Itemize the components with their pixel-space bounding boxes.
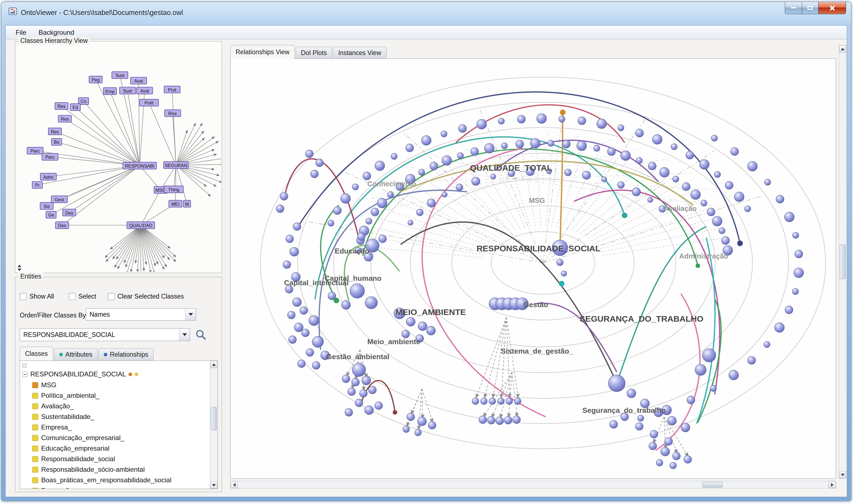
class-search-combo[interactable]: RESPONSABILIDADE_SOCIAL bbox=[20, 328, 190, 341]
chevron-down-icon[interactable] bbox=[185, 309, 196, 320]
graph-node[interactable] bbox=[653, 134, 662, 144]
graph-node[interactable] bbox=[610, 420, 618, 428]
graph-node[interactable] bbox=[375, 402, 383, 410]
graph-node[interactable] bbox=[375, 161, 385, 171]
graph-node[interactable] bbox=[719, 228, 725, 234]
graph-node[interactable] bbox=[342, 375, 350, 383]
arrow-up-icon[interactable] bbox=[839, 45, 846, 53]
graph-node[interactable] bbox=[352, 378, 359, 386]
graph-node[interactable] bbox=[665, 437, 673, 445]
hierarchy-node[interactable]: Bo bbox=[51, 139, 62, 145]
hierarchy-node[interactable]: QUALIDAD bbox=[127, 222, 155, 229]
graph-node[interactable] bbox=[457, 152, 464, 159]
graph-node[interactable] bbox=[290, 247, 299, 256]
graph-node[interactable] bbox=[765, 179, 771, 185]
graph-node[interactable] bbox=[283, 261, 291, 269]
tree-item[interactable]: Boas_práticas_em_responsabilidade_social bbox=[22, 475, 209, 485]
graph-node[interactable] bbox=[312, 361, 320, 369]
arrow-down-icon[interactable] bbox=[210, 482, 217, 489]
hierarchy-node[interactable]: Peg bbox=[89, 76, 102, 83]
graph-node[interactable] bbox=[785, 212, 794, 222]
graph-node[interactable] bbox=[369, 386, 376, 394]
graph-node[interactable] bbox=[415, 429, 421, 436]
graph-node[interactable] bbox=[607, 148, 616, 156]
maximize-button[interactable] bbox=[802, 2, 818, 14]
graph-node[interactable] bbox=[333, 206, 341, 215]
graph-node[interactable] bbox=[456, 184, 463, 191]
graph-node[interactable] bbox=[377, 198, 387, 208]
graph-node[interactable] bbox=[701, 200, 707, 206]
graph-node[interactable] bbox=[430, 162, 438, 170]
graph-node[interactable] bbox=[745, 206, 751, 212]
graph-node[interactable] bbox=[530, 139, 540, 148]
tab-relationships[interactable]: Relationships bbox=[99, 348, 154, 361]
checkbox-clear-selected[interactable]: Clear Selected Classes bbox=[108, 293, 184, 300]
graph-node[interactable] bbox=[602, 177, 607, 182]
graph-node[interactable] bbox=[681, 423, 690, 432]
checkbox-show-all[interactable]: Show All bbox=[20, 293, 54, 300]
graph-node[interactable] bbox=[292, 298, 301, 307]
graph-node[interactable] bbox=[514, 398, 521, 404]
graph-node[interactable] bbox=[287, 311, 295, 319]
hierarchy-node[interactable]: Perc bbox=[27, 147, 43, 154]
arrow-right-icon[interactable] bbox=[829, 481, 836, 488]
graph-node[interactable] bbox=[682, 183, 690, 191]
hierarchy-node[interactable]: Emp bbox=[104, 88, 117, 94]
tree-root-handle[interactable] bbox=[22, 362, 209, 368]
hierarchy-node[interactable]: MEI bbox=[169, 200, 182, 207]
graph-node[interactable] bbox=[577, 141, 587, 151]
graph-node[interactable] bbox=[363, 172, 371, 180]
hierarchy-scroll-arrows[interactable] bbox=[18, 265, 21, 271]
graph-node[interactable] bbox=[686, 151, 694, 159]
graph-node[interactable] bbox=[506, 398, 513, 404]
graph-node[interactable] bbox=[649, 442, 657, 450]
graph-node[interactable] bbox=[647, 197, 653, 202]
hierarchy-node[interactable]: Thing bbox=[164, 186, 183, 193]
hierarchy-node[interactable]: Sust bbox=[112, 72, 128, 79]
tab-instances-view[interactable]: Instances View bbox=[333, 47, 386, 59]
graph-node[interactable] bbox=[298, 360, 305, 367]
graph-node[interactable] bbox=[352, 184, 359, 190]
tree-item[interactable]: Política_ambiental_ bbox=[22, 390, 209, 401]
graph-node[interactable] bbox=[442, 192, 447, 197]
graph-node[interactable] bbox=[618, 125, 624, 131]
graph-node[interactable] bbox=[513, 416, 520, 424]
graph-node[interactable] bbox=[637, 415, 644, 421]
graph-node[interactable] bbox=[636, 157, 642, 164]
graph-node[interactable] bbox=[305, 150, 313, 158]
graph-node[interactable] bbox=[306, 348, 314, 356]
graph-node[interactable] bbox=[312, 336, 323, 347]
graph-node[interactable] bbox=[286, 235, 294, 243]
tab-doi-plots[interactable]: DoI Plots bbox=[296, 47, 332, 59]
hierarchy-node[interactable]: Prot bbox=[164, 86, 180, 93]
vertical-scroll-thumb[interactable] bbox=[840, 245, 846, 279]
class-tree-scrollbar[interactable] bbox=[210, 361, 217, 489]
graph-node[interactable] bbox=[481, 398, 487, 404]
graph-node[interactable] bbox=[593, 145, 600, 151]
graph-node[interactable] bbox=[408, 220, 413, 225]
hierarchy-node[interactable]: Ed bbox=[70, 104, 81, 111]
graph-node[interactable] bbox=[355, 399, 363, 407]
graph-node[interactable] bbox=[656, 460, 663, 466]
graph-node[interactable] bbox=[316, 159, 323, 166]
graph-node[interactable] bbox=[725, 181, 733, 189]
graph-node[interactable] bbox=[350, 284, 365, 298]
graph-node[interactable] bbox=[362, 376, 371, 385]
hierarchy-node[interactable]: Gest bbox=[51, 196, 67, 203]
graph-node[interactable] bbox=[517, 115, 526, 123]
graph-node[interactable] bbox=[635, 422, 643, 430]
titlebar[interactable]: OntoViewer - C:\Users\Isabel\Documents\g… bbox=[1, 2, 851, 25]
graph-node[interactable] bbox=[407, 413, 415, 420]
graph-node[interactable] bbox=[406, 317, 415, 326]
graph-node[interactable] bbox=[441, 131, 447, 137]
tab-relationships-view[interactable]: Relationships View bbox=[230, 45, 295, 59]
chevron-down-icon[interactable] bbox=[179, 329, 190, 341]
graph-node[interactable] bbox=[775, 323, 784, 332]
hierarchy-node[interactable]: Pr bbox=[32, 182, 42, 188]
graph-node[interactable] bbox=[794, 268, 803, 278]
hierarchy-node[interactable]: RESPONSABI bbox=[123, 162, 157, 169]
graph-node[interactable] bbox=[504, 416, 512, 424]
hierarchy-node[interactable]: Res bbox=[55, 103, 68, 110]
graph-node[interactable] bbox=[427, 199, 435, 207]
tree-item[interactable]: Percepção bbox=[22, 485, 209, 489]
